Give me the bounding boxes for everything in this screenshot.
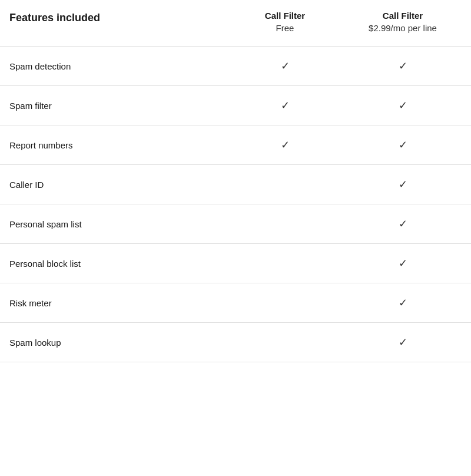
checkmark-icon	[281, 60, 290, 72]
plan2-check-cell	[344, 217, 462, 230]
plan2-check-cell	[344, 296, 462, 309]
table-row: Spam detection	[0, 47, 471, 86]
plan1-subtitle: Free	[226, 22, 344, 34]
table-header: Features included Call Filter Free Call …	[0, 0, 471, 47]
table-row: Personal block list	[0, 244, 471, 283]
plan2-check-cell	[344, 178, 462, 191]
plan1-name: Call Filter	[226, 9, 344, 22]
plan2-header: Call Filter $2.99/mo per line	[344, 9, 462, 34]
feature-name: Risk meter	[9, 298, 226, 308]
table-row: Report numbers	[0, 125, 471, 165]
feature-name: Report numbers	[9, 140, 226, 150]
table-row: Personal spam list	[0, 204, 471, 244]
plan2-check-cell	[344, 138, 462, 151]
features-table: Features included Call Filter Free Call …	[0, 0, 471, 362]
checkmark-icon	[399, 178, 407, 191]
plan2-subtitle: $2.99/mo per line	[344, 22, 462, 34]
checkmark-icon	[281, 138, 290, 151]
feature-name: Spam filter	[9, 101, 226, 111]
checkmark-icon	[399, 138, 407, 151]
table-row: Risk meter	[0, 283, 471, 323]
plan2-name: Call Filter	[344, 9, 462, 22]
table-row: Caller ID	[0, 165, 471, 204]
plan1-check-cell	[226, 60, 344, 72]
feature-name: Personal spam list	[9, 219, 226, 229]
checkmark-icon	[399, 99, 407, 112]
plan1-check-cell	[226, 99, 344, 112]
feature-name: Spam lookup	[9, 338, 226, 348]
table-row: Spam lookup	[0, 323, 471, 362]
plan1-check-cell	[226, 138, 344, 151]
checkmark-icon	[281, 99, 290, 112]
plan2-check-cell	[344, 99, 462, 112]
plan2-check-cell	[344, 336, 462, 349]
plan1-header: Call Filter Free	[226, 9, 344, 34]
feature-name: Caller ID	[9, 180, 226, 190]
checkmark-icon	[399, 60, 407, 72]
checkmark-icon	[399, 217, 407, 230]
checkmark-icon	[399, 336, 407, 349]
checkmark-icon	[399, 296, 407, 309]
plan2-check-cell	[344, 60, 462, 72]
plan2-check-cell	[344, 257, 462, 270]
features-header-label: Features included	[9, 9, 226, 24]
feature-name: Personal block list	[9, 259, 226, 269]
feature-name: Spam detection	[9, 61, 226, 71]
table-row: Spam filter	[0, 86, 471, 125]
checkmark-icon	[399, 257, 407, 270]
